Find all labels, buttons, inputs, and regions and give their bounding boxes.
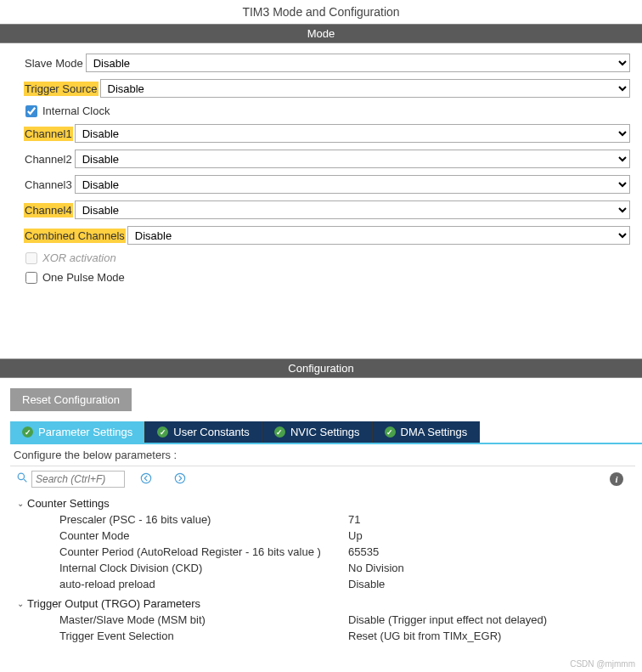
channel4-select[interactable]: Disable [75, 200, 630, 219]
parameter-value: Disable (Trigger input effect not delaye… [348, 613, 547, 626]
parameter-row[interactable]: Counter Period (AutoReload Register - 16… [17, 544, 635, 560]
tab-label: DMA Settings [401, 426, 468, 438]
channel1-label: Channel1 [24, 127, 73, 141]
tab-label: NVIC Settings [290, 426, 360, 438]
group-title: Counter Settings [27, 497, 110, 510]
parameter-row[interactable]: Internal Clock Division (CKD) No Divisio… [17, 560, 635, 576]
combined-channels-label: Combined Channels [24, 229, 126, 243]
parameter-row[interactable]: Prescaler (PSC - 16 bits value) 71 [17, 511, 635, 528]
trigger-source-label: Trigger Source [24, 82, 99, 96]
slave-mode-label: Slave Mode [24, 56, 84, 71]
parameter-value: 65535 [348, 545, 379, 558]
parameter-value: Disable [348, 578, 385, 590]
tab-dma-settings[interactable]: ✓ DMA Settings [373, 421, 481, 443]
parameter-label: Master/Slave Mode (MSM bit) [59, 613, 348, 626]
slave-mode-select[interactable]: Disable [86, 54, 630, 72]
tab-parameter-settings[interactable]: ✓ Parameter Settings [10, 421, 145, 443]
parameter-row[interactable]: Trigger Event Selection Reset (UG bit fr… [17, 628, 635, 644]
parameter-tree: ⌄ Counter Settings Prescaler (PSC - 16 b… [10, 495, 642, 651]
svg-point-0 [18, 473, 24, 479]
parameter-label: Counter Mode [59, 529, 348, 542]
parameter-value: No Division [348, 562, 404, 574]
one-pulse-label: One Pulse Mode [42, 271, 125, 284]
search-input[interactable] [31, 471, 125, 488]
configuration-section-header: Configuration [0, 359, 642, 378]
trgo-parameters-group[interactable]: ⌄ Trigger Output (TRGO) Parameters [17, 596, 635, 612]
group-title: Trigger Output (TRGO) Parameters [27, 597, 200, 610]
svg-point-2 [141, 473, 150, 483]
parameter-label: Internal Clock Division (CKD) [59, 562, 348, 574]
tab-nvic-settings[interactable]: ✓ NVIC Settings [262, 421, 373, 443]
check-icon: ✓ [157, 426, 168, 438]
mode-panel: Slave Mode Disable Trigger Source Disabl… [0, 43, 642, 359]
svg-line-1 [24, 479, 26, 482]
tab-label: Parameter Settings [38, 426, 132, 438]
internal-clock-label: Internal Clock [42, 104, 110, 117]
trigger-source-select[interactable]: Disable [100, 79, 631, 98]
parameter-value: Reset (UG bit from TIMx_EGR) [348, 630, 501, 642]
config-tabs: ✓ Parameter Settings ✓ User Constants ✓ … [10, 421, 642, 444]
parameter-row[interactable]: Master/Slave Mode (MSM bit) Disable (Tri… [17, 612, 635, 628]
tab-label: User Constants [173, 426, 250, 438]
counter-settings-group[interactable]: ⌄ Counter Settings [17, 495, 635, 511]
parameter-label: Prescaler (PSC - 16 bits value) [59, 513, 348, 526]
check-icon: ✓ [22, 426, 33, 438]
channel3-label: Channel3 [24, 178, 73, 192]
check-icon: ✓ [385, 426, 396, 438]
one-pulse-checkbox[interactable] [25, 272, 37, 284]
channel3-select[interactable]: Disable [75, 175, 630, 194]
configure-hint: Configure the below parameters : [10, 444, 635, 466]
channel1-select[interactable]: Disable [75, 124, 630, 143]
watermark: CSDN @mjmmm [570, 659, 635, 669]
parameter-label: auto-reload preload [59, 578, 348, 590]
check-icon: ✓ [274, 426, 285, 438]
combined-channels-select[interactable]: Disable [127, 226, 630, 245]
parameter-label: Trigger Event Selection [59, 630, 348, 642]
tab-user-constants[interactable]: ✓ User Constants [145, 421, 262, 443]
channel4-label: Channel4 [24, 203, 73, 217]
svg-point-3 [175, 473, 184, 483]
channel2-label: Channel2 [24, 152, 73, 167]
page-title: TIM3 Mode and Configuration [0, 0, 642, 24]
chevron-down-icon: ⌄ [17, 499, 24, 508]
configuration-panel: Reset Configuration ✓ Parameter Settings… [0, 378, 642, 651]
search-prev-icon[interactable] [140, 472, 152, 487]
info-icon[interactable]: i [610, 472, 623, 486]
parameter-value: 71 [348, 513, 360, 526]
mode-section-header: Mode [0, 24, 642, 43]
xor-activation-checkbox [25, 252, 37, 264]
reset-configuration-button[interactable]: Reset Configuration [10, 388, 132, 411]
parameter-label: Counter Period (AutoReload Register - 16… [59, 545, 348, 558]
parameter-row[interactable]: Counter Mode Up [17, 528, 635, 544]
parameter-value: Up [348, 529, 363, 542]
search-next-icon[interactable] [174, 472, 186, 487]
parameter-row[interactable]: auto-reload preload Disable [17, 576, 635, 592]
channel2-select[interactable]: Disable [75, 150, 630, 168]
internal-clock-checkbox[interactable] [25, 105, 37, 117]
xor-activation-label: XOR activation [42, 251, 116, 264]
search-icon [17, 472, 28, 486]
chevron-down-icon: ⌄ [17, 599, 24, 608]
